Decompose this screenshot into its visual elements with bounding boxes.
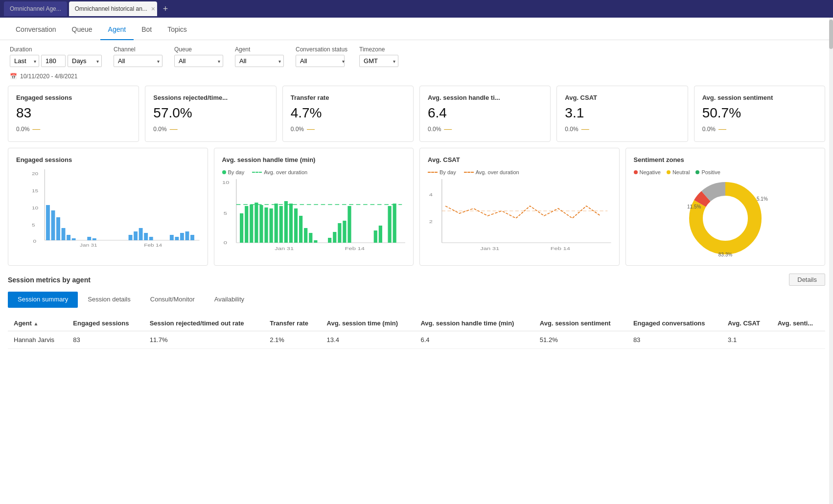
avg-handle-time-chart-svg: 10 5 0 — [222, 179, 406, 252]
browser-tab-active[interactable]: Omnichannel historical an... × — [69, 1, 157, 16]
svg-rect-31 — [170, 235, 174, 240]
queue-select[interactable]: All — [174, 55, 223, 67]
filters-row: Duration Last Days Channel — [0, 40, 833, 69]
session-metrics-table: Agent ▲ Engaged sessions Session rejecte… — [8, 316, 825, 349]
metric-value-avg-csat: 3.1 — [565, 105, 679, 121]
metric-dash-avg-sentiment: — — [718, 125, 726, 134]
col-avg-handle-time[interactable]: Avg. session handle time (min) — [415, 316, 533, 331]
svg-text:Feb 14: Feb 14 — [345, 246, 364, 251]
agent-filter: Agent All — [235, 46, 284, 67]
metric-title-avg-handle-time: Avg. session handle ti... — [428, 94, 542, 101]
col-engaged-sessions[interactable]: Engaged sessions — [67, 316, 143, 331]
svg-rect-54 — [289, 204, 292, 243]
col-engaged-conversations[interactable]: Engaged conversations — [627, 316, 722, 331]
svg-rect-35 — [190, 235, 194, 240]
session-metrics-section: Session metrics by agent Details Session… — [0, 274, 833, 357]
legend-avg-duration: Avg. over duration — [252, 169, 307, 175]
metric-footer-sessions-rejected: 0.0% — — [153, 125, 268, 134]
duration-preset-select[interactable]: Last — [10, 55, 39, 67]
col-agent[interactable]: Agent ▲ — [8, 316, 67, 331]
duration-value-input[interactable] — [41, 55, 66, 67]
tab-queue[interactable]: Queue — [64, 18, 100, 40]
svg-text:Feb 14: Feb 14 — [551, 246, 570, 251]
browser-tab-inactive[interactable]: Omnichannel Age... — [4, 1, 67, 16]
cell-transfer-rate: 2.1% — [264, 331, 321, 349]
col-rejected-rate[interactable]: Session rejected/timed out rate — [144, 316, 264, 331]
svg-rect-53 — [284, 201, 287, 243]
svg-rect-50 — [269, 208, 273, 243]
col-avg-session-time[interactable]: Avg. session time (min) — [321, 316, 415, 331]
calendar-icon: 📅 — [10, 73, 17, 80]
tab-bot[interactable]: Bot — [134, 18, 160, 40]
svg-text:5: 5 — [32, 222, 35, 227]
svg-rect-65 — [373, 230, 377, 243]
metric-title-avg-sentiment: Avg. session sentiment — [702, 94, 817, 101]
tab-conversation[interactable]: Conversation — [8, 18, 64, 40]
col-transfer-rate[interactable]: Transfer rate — [264, 316, 321, 331]
channel-select[interactable]: All — [114, 55, 162, 67]
legend-negative-label: Negative — [640, 169, 661, 175]
conversation-status-select[interactable]: All — [296, 55, 345, 67]
legend-csat-avg-label: Avg. over duration — [476, 169, 519, 175]
duration-unit-select[interactable]: Days — [68, 55, 102, 67]
svg-rect-63 — [343, 221, 346, 243]
sub-tab-availability[interactable]: Availability — [205, 292, 254, 308]
details-button[interactable]: Details — [789, 274, 825, 286]
legend-negative-dot — [634, 170, 638, 174]
metric-title-transfer-rate: Transfer rate — [291, 94, 405, 101]
col-avg-senti-truncated[interactable]: Avg. senti... — [772, 316, 825, 331]
svg-text:10: 10 — [222, 180, 229, 185]
metric-value-sessions-rejected: 57.0% — [153, 105, 268, 121]
chart-legend-avg-csat: By day Avg. over duration — [428, 169, 611, 175]
tab-topics[interactable]: Topics — [160, 18, 195, 40]
legend-by-day-dot — [222, 170, 226, 174]
svg-text:15: 15 — [32, 188, 38, 193]
svg-rect-68 — [393, 204, 396, 243]
metric-dash-sessions-rejected: — — [170, 125, 178, 134]
svg-rect-49 — [264, 207, 268, 243]
col-avg-csat[interactable]: Avg. CSAT — [722, 316, 772, 331]
channel-filter: Channel All — [114, 46, 162, 67]
sentiment-donut-svg: 5.1% 11.5% 83.3% — [676, 179, 774, 257]
section-header: Session metrics by agent Details — [8, 274, 825, 286]
legend-positive-dot — [695, 170, 699, 174]
cell-avg-handle-time: 6.4 — [415, 331, 533, 349]
scrollbar[interactable] — [829, 18, 833, 504]
add-tab-button[interactable]: + — [159, 4, 172, 14]
agent-select[interactable]: All — [235, 55, 284, 67]
svg-rect-25 — [139, 228, 143, 240]
svg-rect-11 — [67, 235, 70, 240]
legend-csat-by-day-label: By day — [440, 169, 456, 175]
svg-rect-16 — [93, 238, 96, 240]
svg-text:5.1%: 5.1% — [757, 196, 768, 202]
col-avg-sentiment[interactable]: Avg. session sentiment — [534, 316, 627, 331]
metric-title-sessions-rejected: Sessions rejected/time... — [153, 94, 268, 101]
metric-card-avg-csat: Avg. CSAT 3.1 0.0% — — [556, 86, 688, 142]
timezone-select[interactable]: GMT — [359, 55, 398, 67]
legend-by-day: By day — [222, 169, 245, 175]
legend-neutral: Neutral — [667, 169, 690, 175]
svg-rect-34 — [185, 231, 189, 240]
svg-rect-32 — [175, 237, 179, 240]
metric-dash-engaged-sessions: — — [32, 125, 40, 134]
metric-card-avg-handle-time: Avg. session handle ti... 6.4 0.0% — — [419, 86, 551, 142]
cell-avg-sentiment: 51.2% — [534, 331, 627, 349]
scroll-thumb[interactable] — [829, 20, 833, 49]
metric-dash-avg-handle-time: — — [444, 125, 452, 134]
tab-agent[interactable]: Agent — [100, 18, 134, 40]
sub-tab-consult-monitor[interactable]: Consult/Monitor — [140, 292, 205, 308]
chart-legend-avg-handle-time: By day Avg. over duration — [222, 169, 406, 175]
svg-text:0: 0 — [33, 238, 37, 243]
nav-tabs: Conversation Queue Agent Bot Topics — [0, 18, 833, 40]
timezone-filter: Timezone GMT — [359, 46, 398, 67]
sub-tab-session-summary[interactable]: Session summary — [8, 292, 78, 308]
metric-change-transfer-rate: 0.0% — [291, 126, 304, 133]
tab-close-icon[interactable]: × — [151, 5, 155, 13]
svg-text:11.5%: 11.5% — [687, 204, 701, 209]
timezone-label: Timezone — [359, 46, 398, 53]
svg-rect-46 — [250, 205, 253, 243]
metric-value-transfer-rate: 4.7% — [291, 105, 405, 121]
svg-text:4: 4 — [429, 192, 433, 197]
sub-tab-session-details[interactable]: Session details — [78, 292, 140, 308]
engaged-sessions-chart-svg: 20 15 10 5 0 — [32, 169, 200, 248]
